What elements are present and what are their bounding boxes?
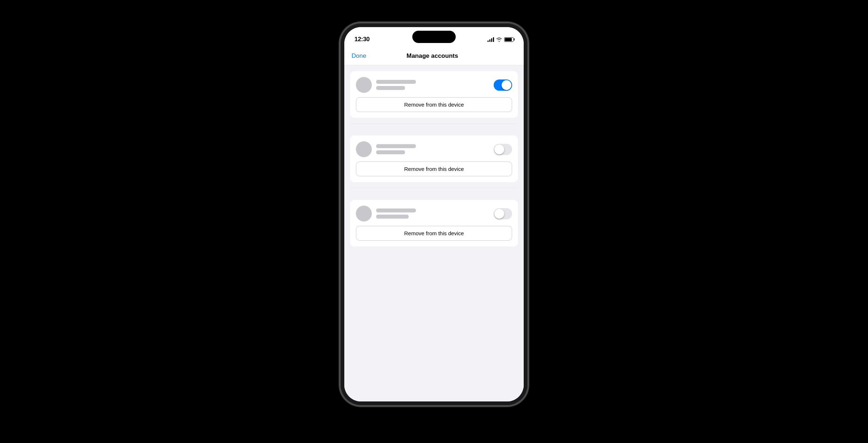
account-text-1 [376,80,416,90]
account-row-3 [356,206,512,222]
status-icons [488,37,514,42]
toggle-1[interactable] [494,79,512,91]
account-info-1 [356,77,416,93]
account-card-1: Remove from this device [350,71,518,118]
battery-icon [504,37,514,42]
signal-icon [488,37,494,42]
spacer-3 [344,182,524,188]
account-name-line-2 [376,144,416,148]
signal-bar-2 [489,39,490,42]
account-row-1 [356,77,512,93]
account-card-3: Remove from this device [350,200,518,246]
toggle-knob-1 [502,80,511,90]
account-card-2: Remove from this device [350,136,518,182]
account-text-2 [376,144,416,154]
content-area: Remove from this device [344,65,524,401]
toggle-2[interactable] [494,144,512,155]
account-info-3 [356,206,416,222]
account-name-line-1 [376,80,416,84]
status-bar: 12:30 [344,27,524,47]
toggle-knob-2 [494,145,504,154]
phone-wrapper: 12:30 [333,23,535,420]
account-detail-line-3 [376,215,409,219]
toggle-3[interactable] [494,208,512,219]
signal-bar-3 [491,38,492,42]
accounts-list: Remove from this device [344,71,524,254]
remove-button-1[interactable]: Remove from this device [356,97,512,112]
account-detail-line-2 [376,150,405,154]
phone-screen: 12:30 [344,27,524,401]
battery-fill [505,38,512,41]
spacer-2 [344,124,524,130]
toggle-knob-3 [494,209,504,219]
spacer-4 [344,188,524,194]
signal-bar-1 [488,40,489,42]
account-text-3 [376,208,416,219]
avatar-2 [356,141,372,157]
account-name-line-3 [376,208,416,212]
remove-button-3[interactable]: Remove from this device [356,226,512,241]
done-button[interactable]: Done [352,52,366,60]
nav-bar: Done Manage accounts [344,47,524,65]
remove-button-2[interactable]: Remove from this device [356,162,512,176]
account-detail-line-1 [376,86,405,90]
spacer-1 [344,118,524,124]
avatar-1 [356,77,372,93]
avatar-3 [356,206,372,222]
account-info-2 [356,141,416,157]
dynamic-island [412,31,456,43]
wifi-icon [496,37,502,42]
signal-bar-4 [493,37,494,42]
phone-frame: 12:30 [340,23,528,406]
account-row-2 [356,141,512,157]
status-time: 12:30 [354,36,370,43]
page-title: Manage accounts [407,52,458,60]
